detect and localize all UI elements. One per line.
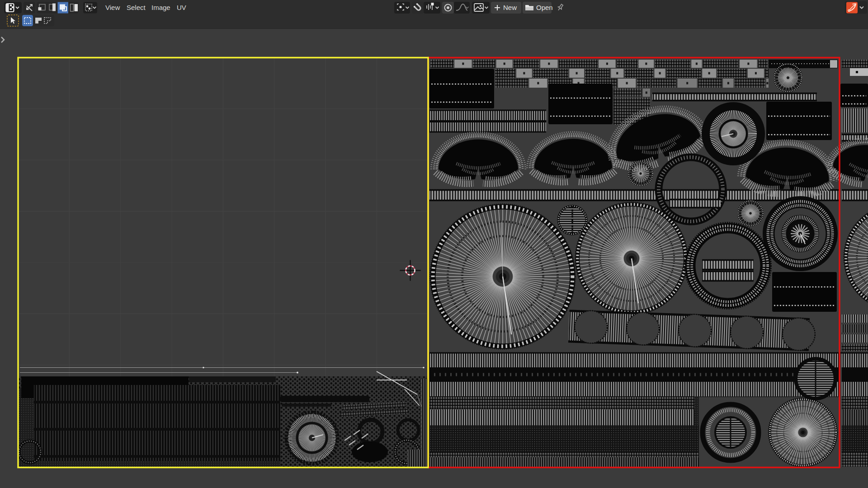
svg-text:Select: Select	[127, 4, 146, 11]
svg-text:UV: UV	[177, 4, 186, 11]
svg-text:New: New	[503, 4, 517, 11]
svg-text:Image: Image	[151, 4, 170, 11]
svg-text:Open: Open	[536, 4, 553, 11]
svg-text:View: View	[105, 4, 120, 11]
